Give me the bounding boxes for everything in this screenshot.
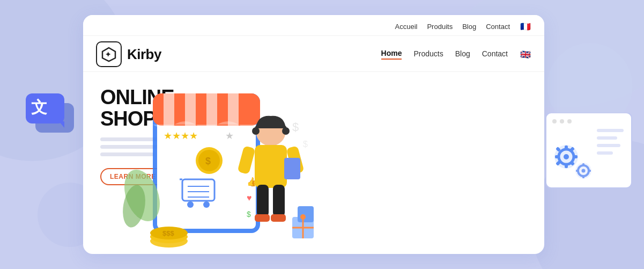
svg-point-76 bbox=[282, 127, 290, 135]
svg-text:$: $ bbox=[247, 210, 251, 219]
nav-top-accueil[interactable]: Accueil bbox=[395, 23, 418, 31]
svg-point-11 bbox=[552, 119, 557, 123]
nav-top-contact[interactable]: Contact bbox=[486, 23, 510, 31]
svg-rect-23 bbox=[573, 155, 578, 158]
svg-rect-74 bbox=[271, 214, 286, 222]
translate-icon-container: A 文 bbox=[26, 91, 85, 142]
nav-top-french: Accueil Produits Blog Contact 🇫🇷 bbox=[83, 15, 544, 36]
settings-window bbox=[546, 113, 634, 198]
svg-text:$: $ bbox=[205, 156, 211, 166]
svg-text:♥: ♥ bbox=[247, 193, 252, 202]
svg-rect-33 bbox=[582, 176, 584, 178]
svg-rect-71 bbox=[257, 185, 269, 217]
nav-home[interactable]: Home bbox=[381, 49, 402, 60]
svg-text:$: $ bbox=[303, 140, 308, 149]
nav-top-flag[interactable]: 🇫🇷 bbox=[520, 20, 531, 32]
svg-point-31 bbox=[582, 169, 586, 173]
svg-rect-15 bbox=[597, 136, 617, 140]
svg-rect-34 bbox=[588, 170, 591, 172]
svg-rect-17 bbox=[597, 151, 613, 155]
logo-text: Kirby bbox=[127, 46, 161, 63]
nav-main-flag[interactable]: 🇬🇧 bbox=[520, 48, 531, 60]
svg-point-13 bbox=[567, 119, 572, 123]
svg-text:$$$: $$$ bbox=[162, 229, 174, 237]
svg-rect-70 bbox=[284, 158, 300, 179]
svg-point-12 bbox=[560, 119, 564, 123]
nav-top-produits[interactable]: Produits bbox=[427, 23, 453, 31]
nav-links: Home Products Blog Contact 🇬🇧 bbox=[381, 48, 531, 60]
svg-rect-72 bbox=[273, 185, 285, 217]
svg-rect-41 bbox=[164, 93, 174, 126]
nav-main: ✦ Kirby Home Products Blog Contact 🇬🇧 bbox=[83, 36, 544, 72]
main-card: Accueil Produits Blog Contact 🇫🇷 ✦ Kirby… bbox=[83, 15, 544, 254]
hero-section: ONLINE SHOPPING LEARN MORE > bbox=[83, 72, 544, 254]
svg-point-81 bbox=[300, 214, 306, 220]
svg-rect-35 bbox=[576, 170, 579, 172]
svg-rect-21 bbox=[565, 146, 568, 150]
svg-text:$: $ bbox=[292, 120, 299, 134]
svg-rect-24 bbox=[555, 155, 559, 158]
svg-point-75 bbox=[252, 127, 260, 135]
shop-illustration: ★★★★ ★ $ 👍 ♥ bbox=[110, 77, 314, 249]
logo-area: ✦ Kirby bbox=[96, 41, 161, 67]
svg-rect-16 bbox=[597, 144, 620, 147]
svg-rect-43 bbox=[206, 93, 217, 126]
svg-point-53 bbox=[203, 201, 210, 208]
svg-text:文: 文 bbox=[31, 98, 47, 116]
svg-rect-67 bbox=[255, 145, 287, 188]
nav-contact[interactable]: Contact bbox=[482, 49, 508, 59]
svg-point-52 bbox=[187, 201, 194, 208]
logo-icon: ✦ bbox=[96, 41, 122, 67]
svg-rect-32 bbox=[582, 163, 584, 166]
svg-rect-14 bbox=[597, 129, 624, 132]
svg-rect-78 bbox=[298, 206, 314, 222]
svg-text:✦: ✦ bbox=[105, 50, 111, 59]
svg-text:★: ★ bbox=[225, 130, 234, 141]
nav-products[interactable]: Products bbox=[413, 49, 443, 59]
svg-point-20 bbox=[564, 154, 569, 159]
nav-top-blog[interactable]: Blog bbox=[462, 23, 476, 31]
nav-blog[interactable]: Blog bbox=[455, 49, 470, 59]
svg-rect-73 bbox=[255, 214, 270, 222]
svg-rect-22 bbox=[565, 164, 568, 168]
svg-rect-42 bbox=[185, 93, 196, 126]
svg-rect-44 bbox=[228, 93, 239, 126]
svg-text:★★★★: ★★★★ bbox=[164, 130, 198, 141]
